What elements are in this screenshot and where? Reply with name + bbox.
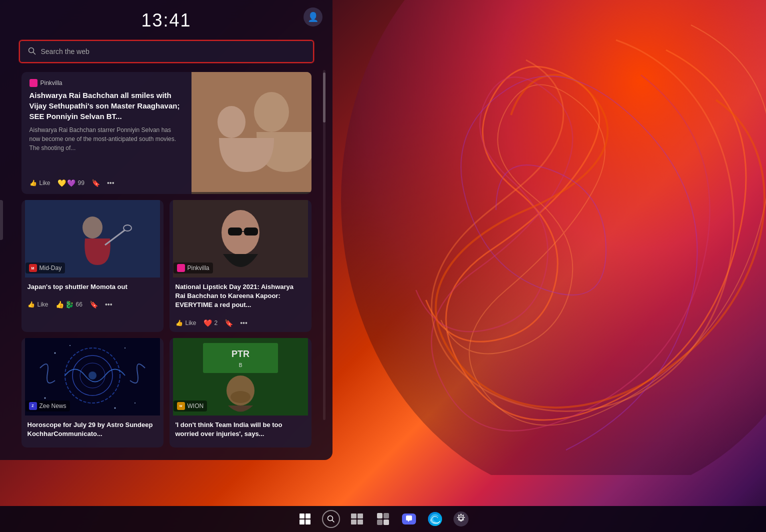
news-feed: Pinkvilla Aishwarya Rai Bachchan all smi… [16, 72, 316, 448]
taskbar-search-button[interactable] [322, 510, 340, 528]
taskbar-search-circle [322, 510, 340, 528]
search-icon [28, 47, 36, 56]
chat-button[interactable] [400, 510, 418, 528]
card-2-reactions: 👍 🐉 66 [56, 300, 82, 308]
svg-line-2 [33, 52, 35, 54]
pinkvilla-logo-3 [177, 264, 185, 272]
card-1-more-button[interactable]: ••• [107, 179, 114, 187]
win-cell-2 [306, 514, 310, 518]
reaction-emoji-2: 💜 [67, 179, 76, 187]
card-3-interaction-bar: 👍 Like ❤️ 2 🔖 ••• [176, 319, 306, 327]
news-card-small-4[interactable]: Z Zee News Horoscope for July 29 by Astr… [22, 338, 164, 448]
person-icon: 👤 [308, 12, 318, 22]
card-4-source-name: Zee News [40, 402, 66, 410]
taskbar-search-icon [327, 515, 335, 523]
card-4-content: Horoscope for July 29 by Astro Sundeep K… [22, 416, 164, 448]
desktop-swirl-decoration [316, 0, 766, 475]
multiwin-cell-4 [358, 520, 363, 524]
left-edge-handle[interactable] [0, 200, 3, 240]
win-cell-1 [300, 514, 304, 518]
user-profile-button[interactable]: 👤 [304, 8, 322, 26]
card-5-image: PTR B W WION [170, 338, 312, 416]
card-1-source-name: Pinkvilla [40, 80, 62, 86]
card-5-title: 'I don't think Team India will be too wo… [176, 420, 306, 438]
panel-scrollbar[interactable] [323, 70, 326, 420]
win-cell-4 [306, 520, 310, 524]
card-5-source-name: WION [188, 402, 204, 410]
svg-rect-6 [192, 72, 312, 192]
card-3-like-label: Like [186, 320, 196, 326]
card-4-source-overlay: Z Zee News [26, 400, 70, 412]
scrollbar-thumb [323, 72, 326, 122]
search-bar[interactable]: Search the web [19, 40, 314, 63]
settings-button[interactable] [452, 510, 470, 528]
pinkvilla-logo-dot [30, 79, 38, 87]
settings-gear-icon [454, 512, 468, 526]
card-3-like-button[interactable]: 👍 Like [176, 320, 196, 326]
midday-logo: M [29, 264, 37, 272]
card-2-react-2: 🐉 [65, 300, 74, 308]
search-bar-wrapper: Search the web [19, 40, 314, 63]
edge-browser-icon [428, 512, 442, 526]
task-view-button[interactable] [348, 510, 366, 528]
reaction-emoji-1: 💛 [58, 179, 66, 187]
news-card-small-2[interactable]: M Mid-Day Japan's top shuttler Momota ou… [22, 200, 164, 332]
card-2-title: Japan's top shuttler Momota out [28, 282, 158, 292]
card-2-bookmark-button[interactable]: 🔖 [90, 300, 98, 308]
card-2-image: M Mid-Day [22, 200, 164, 278]
card-2-count: 66 [76, 301, 82, 308]
svg-rect-39 [377, 513, 382, 518]
gear-svg [456, 514, 466, 524]
wion-logo: W [177, 402, 185, 410]
search-placeholder-text: Search the web [41, 48, 90, 56]
card-2-react-1: 👍 [56, 300, 64, 308]
news-card-small-5[interactable]: PTR B W WION 'I don't thi [170, 338, 312, 448]
card-2-like-label: Like [38, 301, 48, 308]
card-1-source-badge: Pinkvilla [30, 79, 184, 87]
windows-logo [300, 514, 310, 524]
card-3-reactions: ❤️ 2 [204, 319, 218, 327]
news-card-small-3[interactable]: Pinkvilla National Lipstick Day 2021: Ai… [170, 200, 312, 332]
card-3-react-1: ❤️ [204, 319, 212, 327]
card-3-count: 2 [214, 320, 218, 326]
card-2-source-name: Mid-Day [40, 264, 62, 272]
edge-browser-button[interactable] [426, 510, 444, 528]
card-2-interaction-bar: 👍 Like 👍 🐉 66 🔖 ••• [28, 300, 158, 308]
widgets-button[interactable] [374, 510, 392, 528]
card-3-bookmark-button[interactable]: 🔖 [224, 319, 233, 327]
card-1-bookmark-button[interactable]: 🔖 [92, 179, 100, 187]
widgets-icon [376, 512, 390, 526]
windows-start-button[interactable] [296, 510, 314, 528]
card-1-excerpt: Aishwarya Rai Bachchan starrer Ponniyin … [30, 126, 184, 152]
card-3-more-button[interactable]: ••• [240, 319, 248, 327]
news-card-large-1[interactable]: Pinkvilla Aishwarya Rai Bachchan all smi… [22, 72, 312, 194]
like-icon-3: 👍 [176, 320, 183, 326]
card-1-like-button[interactable]: 👍 Like [30, 180, 50, 186]
multiwin-cell-1 [351, 514, 356, 518]
like-icon-2: 👍 [28, 301, 35, 308]
card-1-interaction-bar: 👍 Like 💛 💜 99 🔖 ••• [30, 179, 184, 187]
widget-panel: 👤 13:41 Search the web [0, 0, 332, 460]
card-2-source-overlay: M Mid-Day [26, 262, 66, 274]
card-1-reactions: 💛 💜 99 [58, 179, 84, 187]
card-3-source-name: Pinkvilla [188, 264, 210, 272]
svg-rect-42 [384, 520, 389, 525]
like-icon: 👍 [30, 180, 37, 186]
svg-rect-41 [377, 520, 382, 525]
card-1-image-svg [192, 72, 312, 192]
taskbar [0, 506, 766, 532]
card-2-content: Japan's top shuttler Momota out 👍 Like 👍… [22, 278, 164, 332]
card-3-source-overlay: Pinkvilla [174, 262, 213, 274]
multiwin-cell-3 [351, 520, 356, 524]
card-2-more-button[interactable]: ••• [105, 300, 112, 308]
card-3-content: National Lipstick Day 2021: Aishwarya Ra… [170, 278, 312, 332]
card-1-like-label: Like [40, 180, 50, 186]
card-3-image: Pinkvilla [170, 200, 312, 278]
news-cards-row-1: M Mid-Day Japan's top shuttler Momota ou… [22, 200, 312, 332]
card-5-source-overlay: W WION [174, 400, 208, 412]
card-5-content: 'I don't think Team India will be too wo… [170, 416, 312, 448]
zee-logo: Z [29, 402, 37, 410]
card-3-title: National Lipstick Day 2021: Aishwarya Ra… [176, 282, 306, 310]
card-2-like-button[interactable]: 👍 Like [28, 301, 48, 308]
card-1-image [192, 72, 312, 194]
